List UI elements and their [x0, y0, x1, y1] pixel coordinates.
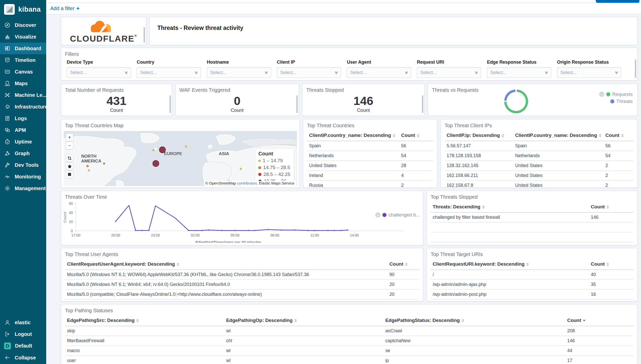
table-header-row: ClientRequestURI.keyword: DescendingCoun… — [431, 258, 633, 270]
sidebar-item-uptime[interactable]: Uptime — [0, 136, 46, 148]
legend-expand-icon[interactable]: » — [599, 92, 604, 97]
table-cell: ip — [383, 356, 565, 364]
filter-field-user-agent: User AgentSelect...∨ — [347, 60, 411, 78]
filter-select-client-ip[interactable]: Select...∨ — [277, 67, 341, 78]
table-cell: United States — [513, 180, 603, 188]
filter-select-country[interactable]: Select...∨ — [137, 67, 201, 78]
table-cell: 146 — [565, 336, 633, 346]
sidebar-item-visualize[interactable]: Visualize — [0, 31, 46, 43]
sidebar-footer-default[interactable]: DDefault — [0, 340, 46, 352]
threats-vs-requests-donut[interactable] — [504, 89, 528, 113]
sidebar-item-dashboard[interactable]: Dashboard — [0, 43, 46, 54]
svg-text:11:00: 11:00 — [310, 233, 319, 237]
column-header[interactable]: Threats: Descending — [431, 201, 589, 212]
attribution-link[interactable]: contributors, — [237, 181, 258, 185]
sidebar-footer-collapse[interactable]: Collapse — [0, 352, 46, 363]
column-header[interactable]: ClientIP.country_name: Descending — [307, 130, 399, 141]
map-threat-marker[interactable] — [240, 168, 242, 170]
threats-over-time-chart[interactable]: 020406017:0020:0023:0002:0005:0008:0011:… — [61, 200, 423, 243]
kibana-brand[interactable]: kibana — [0, 0, 46, 19]
map-threat-marker[interactable] — [103, 162, 105, 165]
map-crop-tool-button[interactable] — [66, 154, 73, 162]
column-header[interactable]: Count — [387, 258, 419, 270]
sidebar-footer-elastic[interactable]: elastic — [0, 317, 46, 328]
map-polygon-tool-button[interactable] — [66, 162, 73, 170]
filter-select-origin-response-status[interactable]: Select...∨ — [557, 67, 621, 78]
sidebar-footer-logout[interactable]: Logout — [0, 328, 46, 340]
chevron-down-icon: ∨ — [124, 70, 128, 75]
table-cell: United States — [307, 161, 399, 171]
sidebar-item-apm[interactable]: APM — [0, 124, 46, 136]
map-threat-marker[interactable] — [88, 169, 90, 171]
svg-text:05:00: 05:00 — [231, 233, 240, 237]
column-header[interactable]: ClientRequestUserAgent.keyword: Descendi… — [65, 258, 387, 270]
column-header[interactable]: ClientIP.ip: Descending — [445, 130, 513, 141]
map-legend-item: 1 – 14.75 — [258, 158, 290, 163]
sidebar-item-dev-tools[interactable]: Dev Tools — [0, 159, 46, 171]
sidebar-item-monitoring[interactable]: Monitoring — [0, 171, 46, 183]
sidebar-item-logs[interactable]: Logs — [0, 113, 46, 124]
filter-select-user-agent[interactable]: Select...∨ — [347, 67, 411, 78]
table-cell: Netherlands — [307, 151, 399, 161]
column-header[interactable]: Count — [399, 130, 433, 141]
legend-item-requests[interactable]: »Requests — [599, 92, 633, 97]
sidebar-item-label: Dev Tools — [15, 162, 39, 168]
map-threat-marker[interactable] — [159, 147, 166, 153]
panel-title: Top Threat Target URIs — [427, 248, 637, 257]
map-legend-item: 14.75 – 28.5 — [258, 165, 290, 170]
map-threat-marker[interactable] — [152, 149, 155, 151]
add-filter-link[interactable]: Add a filter + — [50, 5, 79, 12]
update-button-partial[interactable] — [596, 0, 639, 3]
legend-item-threats[interactable]: Threats — [610, 99, 633, 104]
map-threat-marker[interactable] — [153, 160, 159, 167]
map-zoom-in-button[interactable]: + — [66, 134, 73, 141]
legend-expand-icon[interactable]: » — [375, 212, 380, 217]
column-header[interactable]: EdgePathingSrc: Descending — [65, 315, 224, 326]
dashboard-icon — [4, 45, 11, 52]
map-rectangle-tool-button[interactable] — [66, 171, 73, 178]
filter-select-edge-response-status[interactable]: Select...∨ — [487, 67, 551, 78]
table-cell: 208 — [565, 326, 633, 336]
map-threat-marker[interactable] — [86, 165, 89, 167]
column-header[interactable]: ClientRequestURI.keyword: Descending — [431, 258, 589, 270]
brand-name: kibana — [18, 6, 41, 13]
table-cell: Spain — [307, 141, 399, 151]
column-header[interactable]: EdgePathingStatus: Descending — [383, 315, 565, 326]
column-header[interactable]: EdgePathingOp: Descending — [224, 315, 383, 326]
column-header[interactable]: Count — [589, 258, 633, 270]
column-header[interactable]: Count — [565, 315, 633, 326]
column-header[interactable]: Count — [603, 130, 633, 141]
query-input-partial[interactable] — [46, 0, 596, 3]
column-header[interactable]: Count — [589, 201, 633, 212]
world-map[interactable]: NORTH AMERICAEUROPEASIA + − — [64, 131, 297, 186]
map-zoom-out-button[interactable]: − — [66, 142, 73, 149]
legend-label: Threats — [616, 99, 633, 104]
filter-select-device-type[interactable]: Select...∨ — [67, 67, 131, 78]
column-header[interactable]: ClientIP.country_name: Descending — [513, 130, 603, 141]
table-cell: 20 — [387, 280, 419, 289]
sidebar-item-canvas[interactable]: Canvas — [0, 66, 46, 78]
infrastructure-icon — [4, 103, 11, 110]
legend-label[interactable]: challenged b... — [389, 212, 420, 218]
sidebar-item-timelion[interactable]: Timelion — [0, 54, 46, 66]
sidebar-item-maps[interactable]: Maps — [0, 78, 46, 89]
select-placeholder: Select... — [140, 70, 157, 75]
sidebar-item-management[interactable]: Management — [0, 183, 46, 194]
select-placeholder: Select... — [490, 70, 507, 75]
dashboard-content: CLOUDFLARE® Threats - Review threat acti… — [46, 14, 641, 364]
metric-count-label: Count — [357, 107, 370, 113]
sidebar-item-discover[interactable]: Discover — [0, 19, 46, 31]
map-threat-marker[interactable] — [185, 145, 187, 148]
filter-select-hostname[interactable]: Select...∨ — [207, 67, 271, 78]
table-cell: Mozilla/5.0 (Windows NT 6.1; WOW64) Appl… — [65, 270, 387, 280]
sidebar-item-machine-le[interactable]: Machine Le... — [0, 89, 46, 101]
sort-icon — [482, 205, 485, 209]
svg-text:0: 0 — [71, 229, 73, 233]
metric-title: Threats Stopped — [302, 84, 424, 93]
threats-vs-requests-panel: Threats vs Requests »RequestsThreats — [428, 84, 637, 116]
filter-label: Request URI — [417, 60, 481, 65]
sidebar-item-infrastructure[interactable]: Infrastructure — [0, 101, 46, 113]
top-threat-target-uris-panel: Top Threat Target URIs ClientRequestURI.… — [427, 248, 637, 301]
sidebar-item-graph[interactable]: Graph — [0, 148, 46, 159]
filter-select-request-uri[interactable]: Select...∨ — [417, 67, 481, 78]
